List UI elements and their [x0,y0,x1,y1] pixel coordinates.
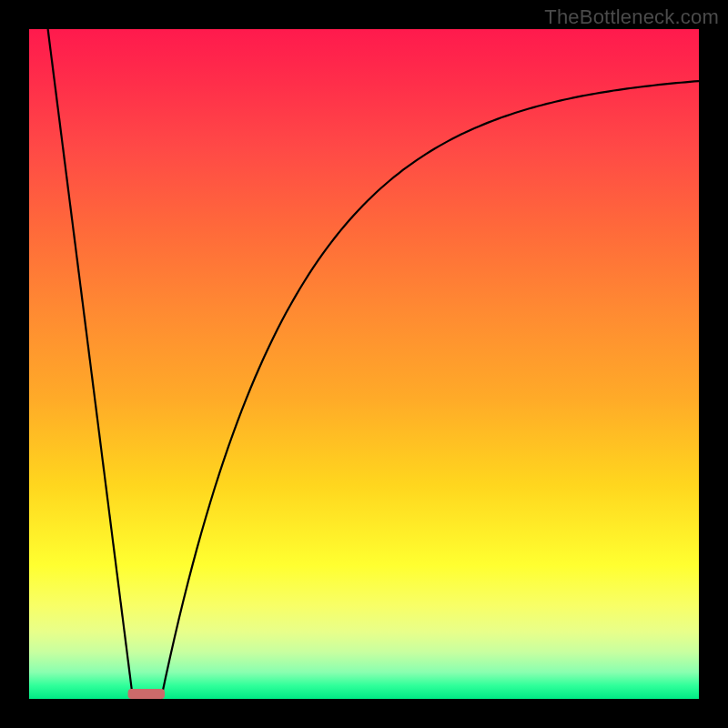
chart-frame: TheBottleneck.com [0,0,728,728]
watermark-text: TheBottleneck.com [544,5,719,29]
curve-left-segment [48,29,133,699]
curve-right-segment [161,81,699,699]
plot-area [29,29,699,699]
optimal-marker [128,689,165,699]
curve-layer [29,29,699,699]
